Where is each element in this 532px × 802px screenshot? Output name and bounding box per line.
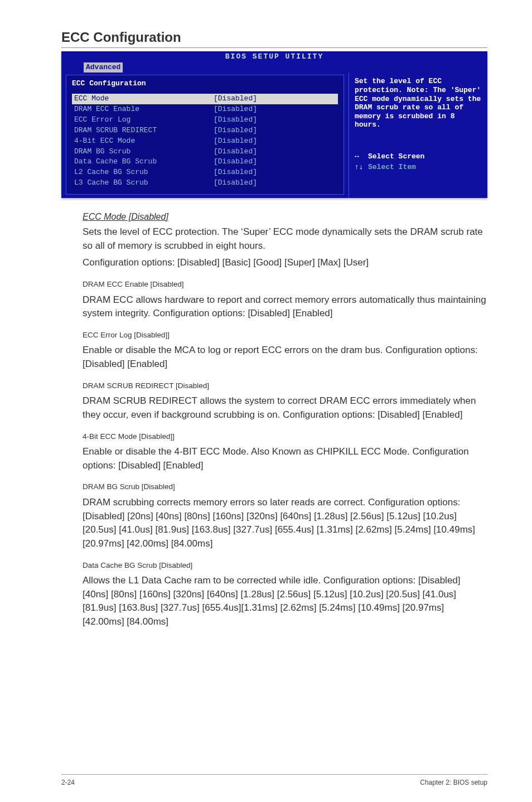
bios-item: ECC Error Log[Disabled] [72, 115, 338, 125]
subitem-title: DRAM BG Scrub [Disabled] [83, 481, 487, 492]
bios-legend-select-screen: ↔Select Screen [355, 152, 483, 162]
bios-item-value: [Disabled] [214, 125, 338, 136]
bios-item-label: 4-Bit ECC Mode [72, 136, 214, 147]
bios-item-value: [Disabled] [214, 136, 338, 147]
bios-item-label: DRAM SCRUB REDIRECT [72, 125, 214, 136]
bios-item-value: [Disabled] [214, 147, 338, 157]
bios-screenshot: BIOS SETUP UTILITY Advanced ECC Configur… [61, 51, 487, 198]
subitem-desc: Enable or disable the MCA to log or repo… [83, 344, 487, 371]
bios-item-label: ECC Error Log [72, 115, 214, 125]
footer-page-number: 2-24 [61, 778, 75, 787]
bios-item-value: [Disabled] [214, 157, 338, 167]
bios-hint: Set the level of ECC protection. Note: T… [355, 77, 483, 129]
bios-item: DRAM BG Scrub[Disabled] [72, 147, 338, 157]
subitem-title: ECC Error Log [Disabled]] [83, 330, 487, 341]
bios-item-label: L3 Cache BG Scrub [72, 178, 214, 189]
subitem-title: 4-Bit ECC Mode [Disabled]] [83, 431, 487, 442]
section-title: ECC Configuration [61, 28, 487, 48]
bios-item-label: ECC Mode [72, 94, 214, 104]
subitem-title: DRAM SCRUB REDIRECT [Disabled] [83, 380, 487, 392]
bios-item: L2 Cache BG Scrub[Disabled] [72, 167, 338, 178]
bios-item: DRAM ECC Enable[Disabled] [72, 104, 338, 115]
bios-item-value: [Disabled] [214, 94, 338, 104]
bios-header: BIOS SETUP UTILITY [61, 51, 487, 62]
bios-item-label: L2 Cache BG Scrub [72, 167, 214, 178]
bios-item-label: DRAM BG Scrub [72, 147, 214, 157]
subitem-desc: Allows the L1 Data Cache ram to be corre… [83, 574, 487, 629]
page-footer: 2-24 Chapter 2: BIOS setup [61, 774, 487, 787]
subitem-title: DRAM ECC Enable [Disabled] [83, 279, 487, 290]
bios-item-value: [Disabled] [214, 178, 338, 189]
subitem-desc: Enable or disable the 4-BIT ECC Mode. Al… [83, 445, 487, 472]
bios-tabs: Advanced [61, 62, 487, 73]
bios-panel-title: ECC Configuration [72, 79, 338, 89]
bios-item: ECC Mode[Disabled] [72, 94, 338, 104]
subitem-desc: DRAM SCRUB REDIRECT allows the system to… [83, 394, 487, 422]
bios-legend-select-item: ↑↓Select Item [355, 162, 483, 173]
subitem-desc: DRAM ECC allows hardware to report and c… [83, 293, 487, 321]
bios-item-value: [Disabled] [214, 167, 338, 178]
ecc-mode-desc-2: Configuration options: [Disabled] [Basic… [83, 256, 487, 270]
bios-item-value: [Disabled] [214, 104, 338, 115]
ecc-mode-title: ECC Mode [Disabled] [83, 210, 487, 223]
subitem-desc: DRAM scrubbing corrects memory errors so… [83, 496, 487, 551]
bios-item: 4-Bit ECC Mode[Disabled] [72, 136, 338, 147]
bios-item: DRAM SCRUB REDIRECT[Disabled] [72, 125, 338, 136]
bios-item-label: Data Cache BG Scrub [72, 157, 214, 167]
bios-item: Data Cache BG Scrub[Disabled] [72, 157, 338, 167]
subitem-title: Data Cache BG Scrub [Disabled] [83, 560, 487, 571]
ecc-mode-desc-1: Sets the level of ECC protection. The ‘S… [83, 225, 487, 253]
bios-item: L3 Cache BG Scrub[Disabled] [72, 178, 338, 189]
bios-tab-advanced: Advanced [84, 62, 123, 73]
bios-item-value: [Disabled] [214, 115, 338, 125]
bios-item-label: DRAM ECC Enable [72, 104, 214, 115]
footer-chapter: Chapter 2: BIOS setup [420, 778, 487, 787]
